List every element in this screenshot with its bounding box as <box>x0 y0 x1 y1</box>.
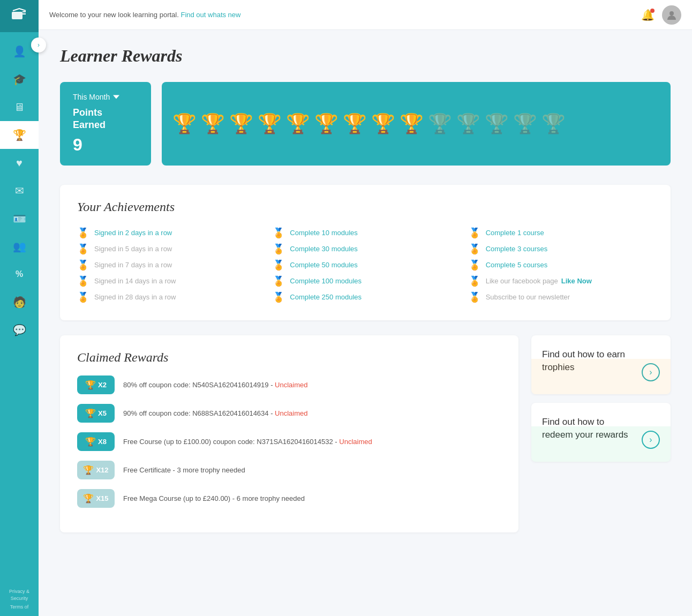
achievements-col-2: 🏅 Complete 10 modules 🏅 Complete 30 modu… <box>273 225 457 305</box>
unclaimed-badge: Unclaimed <box>339 438 372 446</box>
side-cards: Find out how to earn trophies › Find out… <box>531 335 671 532</box>
achievement-icon-earned: 🏅 <box>273 259 284 271</box>
achievements-col-1: 🏅 Signed in 2 days in a row 🏅 Signed in … <box>77 225 262 305</box>
topbar-actions: 🔔 <box>641 5 681 25</box>
badge-trophy-icon: 🏆 <box>85 437 96 447</box>
heart-icon: ♥ <box>16 157 22 169</box>
trophy-icon: 🏆 <box>13 129 26 141</box>
trophy-earned-2: 🏆 <box>201 112 225 135</box>
bottom-row: Claimed Rewards 🏆 X2 80% off coupon code… <box>60 335 671 532</box>
sidebar-item-favourites[interactable]: ♥ <box>0 149 39 177</box>
reward-text-x2: 80% off coupon code: N540SA1620416014919… <box>123 381 308 389</box>
notification-bell[interactable]: 🔔 <box>641 9 655 21</box>
sidebar-items: 👤 🎓 🖥 🏆 ♥ ✉ 🪪 👥 % 🧑 💬 <box>0 37 39 344</box>
achievement-icon-locked: 🏅 <box>77 275 89 287</box>
achievement-icon-earned: 🏅 <box>469 227 480 239</box>
achievement-icon-locked: 🏅 <box>469 275 480 287</box>
reward-row-x8: 🏆 X8 Free Course (up to £100.00) coupon … <box>77 432 501 451</box>
trophy-earned-8: 🏆 <box>371 112 395 135</box>
trophies-strip: 🏆 🏆 🏆 🏆 🏆 🏆 🏆 🏆 🏆 🏆 🏆 🏆 🏆 🏆 <box>162 82 671 166</box>
achievement-course-1: 🏅 Complete 1 course <box>469 225 653 241</box>
page-title: Learner Rewards <box>60 46 671 66</box>
earn-trophies-card[interactable]: Find out how to earn trophies › <box>531 335 671 394</box>
person-icon: 🧑 <box>13 296 26 309</box>
achievement-signin-5: 🏅 Signed in 5 days in a row <box>77 241 262 257</box>
sidebar-item-support[interactable]: 💬 <box>0 316 39 344</box>
graduation-icon: 🎓 <box>13 73 26 86</box>
mail-icon: ✉ <box>15 184 24 197</box>
trophy-earned-4: 🏆 <box>258 112 282 135</box>
achievement-signin-14: 🏅 Signed in 14 days in a row <box>77 273 262 289</box>
achievements-title: Your Achievements <box>77 200 653 214</box>
achievement-icon-earned: 🏅 <box>273 291 284 303</box>
unclaimed-badge: Unclaimed <box>275 409 307 417</box>
points-card: This Month PointsEarned 9 <box>60 82 151 166</box>
points-period-selector[interactable]: This Month <box>73 93 119 101</box>
sidebar-item-monitor[interactable]: 🖥 <box>0 93 39 121</box>
chevron-down-icon <box>113 94 119 100</box>
svg-point-3 <box>670 11 674 16</box>
sidebar-toggle[interactable]: › <box>31 37 46 52</box>
reward-text-x8: Free Course (up to £100.00) coupon code:… <box>123 438 372 446</box>
reward-badge-x2: 🏆 X2 <box>77 375 115 394</box>
achievement-icon-earned: 🏅 <box>273 243 284 255</box>
trophy-earned-9: 🏆 <box>400 112 424 135</box>
claimed-rewards-title: Claimed Rewards <box>77 350 501 365</box>
sidebar-item-profile[interactable]: 🪪 <box>0 205 39 232</box>
trophy-locked-3: 🏆 <box>485 112 509 135</box>
sidebar-item-learn[interactable]: 🎓 <box>0 65 39 93</box>
achievement-newsletter: 🏅 Subscribe to our newsletter <box>469 289 653 305</box>
reward-row-x15: 🏆 X15 Free Mega Course (up to £240.00) -… <box>77 489 501 508</box>
reward-row-x5: 🏆 X5 90% off coupon code: N688SA16204160… <box>77 404 501 423</box>
monitor-icon: 🖥 <box>14 101 25 114</box>
achievement-course-3: 🏅 Complete 3 courses <box>469 241 653 257</box>
reward-text-x15: Free Mega Course (up to £240.00) - 6 mor… <box>123 494 305 502</box>
sidebar-footer: Privacy & Security Terms of <box>4 583 35 616</box>
card-bg-gift <box>531 426 671 462</box>
achievement-icon-earned: 🏅 <box>469 259 480 271</box>
rewards-top-row: This Month PointsEarned 9 🏆 🏆 🏆 🏆 🏆 🏆 🏆 … <box>60 82 671 166</box>
reward-row-x2: 🏆 X2 80% off coupon code: N540SA16204160… <box>77 375 501 394</box>
sidebar-logo <box>0 0 39 32</box>
sidebar-item-team[interactable]: 👥 <box>0 232 39 260</box>
achievements-grid: 🏅 Signed in 2 days in a row 🏅 Signed in … <box>77 225 653 305</box>
like-now-link[interactable]: Like Now <box>561 277 592 285</box>
trophy-earned-5: 🏆 <box>286 112 310 135</box>
page-content: Learner Rewards This Month PointsEarned … <box>39 30 692 616</box>
achievement-modules-30: 🏅 Complete 30 modules <box>273 241 457 257</box>
reward-row-x12: 🏆 X12 Free Certificate - 3 more trophy n… <box>77 461 501 479</box>
redeem-rewards-card[interactable]: Find out how to redeem your rewards › <box>531 403 671 462</box>
find-out-new-link[interactable]: Find out whats new <box>180 11 240 19</box>
trophy-locked-1: 🏆 <box>428 112 452 135</box>
topbar: Welcome to your new look learning portal… <box>39 0 692 30</box>
unclaimed-badge: Unclaimed <box>275 381 307 389</box>
card-icon: 🪪 <box>13 212 26 225</box>
trophy-earned-7: 🏆 <box>343 112 367 135</box>
sidebar-item-rewards[interactable]: 🏆 <box>0 121 39 149</box>
achievement-signin-2: 🏅 Signed in 2 days in a row <box>77 225 262 241</box>
reward-text-x5: 90% off coupon code: N688SA1620416014634… <box>123 409 308 417</box>
achievement-facebook: 🏅 Like our facebook page Like Now <box>469 273 653 289</box>
svg-rect-0 <box>12 12 22 19</box>
points-label: PointsEarned <box>73 107 106 132</box>
sidebar-item-reports[interactable]: % <box>0 260 39 288</box>
achievement-icon-earned: 🏅 <box>469 243 480 255</box>
badge-trophy-icon: 🏆 <box>85 408 96 418</box>
achievement-signin-7: 🏅 Signed in 7 days in a row <box>77 257 262 273</box>
reward-badge-x15: 🏆 X15 <box>77 489 115 508</box>
sidebar-item-account[interactable]: 🧑 <box>0 288 39 316</box>
avatar[interactable] <box>662 5 681 25</box>
trophy-earned-6: 🏆 <box>314 112 339 135</box>
achievement-icon-locked: 🏅 <box>77 291 89 303</box>
achievement-modules-100: 🏅 Complete 100 modules <box>273 273 457 289</box>
achievements-col-3: 🏅 Complete 1 course 🏅 Complete 3 courses… <box>469 225 653 305</box>
achievement-icon-locked: 🏅 <box>77 243 89 255</box>
achievement-icon-locked: 🏅 <box>77 259 89 271</box>
notification-dot <box>650 9 655 13</box>
trophy-earned-3: 🏆 <box>229 112 253 135</box>
achievement-modules-250: 🏅 Complete 250 modules <box>273 289 457 305</box>
sidebar-item-messages[interactable]: ✉ <box>0 177 39 205</box>
trophy-earned-1: 🏆 <box>172 112 197 135</box>
badge-trophy-icon: 🏆 <box>83 465 94 475</box>
badge-trophy-icon: 🏆 <box>83 493 94 504</box>
